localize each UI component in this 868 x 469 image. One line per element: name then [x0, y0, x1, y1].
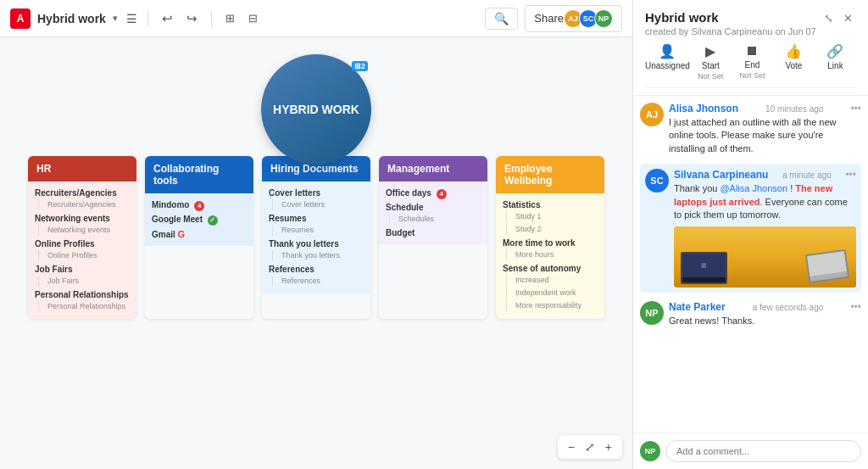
list-item: Sense of autonomy	[503, 262, 598, 275]
zoom-controls: − ⤢ +	[558, 435, 622, 459]
badge-red: 4	[194, 201, 204, 211]
list-item: Recruiters/Agencies	[35, 187, 130, 199]
zoom-fit-button[interactable]: ⤢	[581, 438, 598, 455]
meta-end[interactable]: ⏹ End Not Set	[732, 43, 773, 81]
start-icon: ▶	[705, 43, 715, 59]
avatar-3: NP	[594, 9, 613, 28]
redo-button[interactable]: ↪	[183, 8, 201, 30]
branch-emp-header: Employee Wellbeing	[496, 156, 604, 193]
meta-label: Start	[702, 61, 720, 70]
undo-button[interactable]: ↩	[159, 8, 176, 30]
panel-expand-button[interactable]: ⤡	[821, 10, 837, 26]
avatar: AJ	[640, 103, 664, 126]
comment-content: Silvana Carpineanu a minute ago ••• Than…	[674, 169, 856, 288]
layout-button[interactable]: ⊟	[245, 8, 261, 28]
title-chevron-icon[interactable]: ▾	[113, 13, 118, 24]
meta-value: Not Set	[698, 72, 723, 81]
branch-hiring[interactable]: Hiring Documents Cover letters Cover let…	[262, 156, 370, 319]
panel-meta-row: 👤 Unassigned ▶ Start Not Set ⏹ End Not S…	[645, 36, 856, 88]
branch-hiring-body: Cover letters Cover letters Resumes Resu…	[262, 181, 370, 293]
mention: @Alisa Jhonson	[720, 183, 787, 193]
branch-emp[interactable]: Employee Wellbeing Statistics Study 1 St…	[496, 156, 604, 319]
list-item: Office days 4	[386, 187, 481, 201]
center-node-badge: ⊞2	[352, 61, 368, 71]
branch-mgmt[interactable]: Management Office days 4 Schedule Schedu…	[379, 156, 487, 319]
comment-time: a minute ago	[782, 170, 832, 180]
zoom-in-button[interactable]: +	[602, 438, 615, 455]
list-item: Increased	[506, 275, 598, 286]
link-icon: 🔗	[826, 43, 843, 59]
list-item: Budget	[386, 226, 481, 239]
meta-value: Not Set	[739, 71, 765, 80]
list-item: Schedules	[389, 214, 481, 225]
list-item: Online Profiles	[35, 237, 130, 250]
comment-content: Alisa Jhonson 10 minutes ago ••• I just …	[669, 103, 861, 155]
toolbar: A Hybrid work ▾ ☰ ↩ ↪ ⊞ ⊟ 🔍 Share AJ SC …	[0, 0, 632, 37]
badge-green: ✓	[208, 215, 218, 226]
mindmap-canvas: HYBRID WORK ⊞2 HR Recruiters/Agencies Re…	[0, 37, 632, 469]
meta-label: End	[744, 60, 760, 70]
comment-text: Great news! Thanks.	[669, 315, 861, 327]
branch-collab-header: Collaborating tools	[145, 156, 253, 193]
search-button[interactable]: 🔍	[485, 8, 518, 30]
user-icon: 👤	[659, 43, 676, 59]
meta-start[interactable]: ▶ Start Not Set	[690, 43, 732, 81]
comment-content: Nate Parker a few seconds ago ••• Great …	[669, 301, 861, 327]
list-item: More responsability	[506, 300, 598, 311]
list-item: Recruiters/Agencies	[38, 199, 130, 210]
avatar: NP	[640, 301, 664, 325]
list-item: Networking events	[38, 225, 130, 236]
comment-text: Thank you @Alisa Jhonson ! The new lapto…	[674, 182, 856, 221]
current-user-avatar: NP	[640, 441, 660, 461]
list-item: References	[272, 276, 364, 287]
comment-item: SC Silvana Carpineanu a minute ago ••• T…	[640, 164, 861, 293]
comment-time: a few seconds ago	[753, 303, 823, 312]
meta-vote[interactable]: 👍 Vote	[773, 43, 815, 81]
list-item: Schedule	[386, 201, 481, 214]
comment-menu-button[interactable]: •••	[845, 169, 856, 181]
branch-hr-body: Recruiters/Agencies Recruiters/Agencies …	[28, 181, 136, 319]
center-node-label: HYBRID WORK	[273, 103, 359, 116]
menu-icon[interactable]: ☰	[126, 12, 137, 25]
list-item: Independent work	[506, 288, 598, 299]
branch-collab[interactable]: Collaborating tools Mindomo 4 Google Mee…	[145, 156, 253, 319]
list-item: Google Meet ✓	[152, 213, 247, 227]
end-icon: ⏹	[745, 43, 759, 59]
branch-mgmt-body: Office days 4 Schedule Schedules Budget	[379, 181, 487, 244]
zoom-out-button[interactable]: −	[565, 438, 578, 455]
add-node-button[interactable]: ⊞	[222, 8, 238, 28]
list-item: Personal Relationships	[38, 301, 130, 312]
comment-image: ▦	[674, 226, 856, 288]
meta-unassigned[interactable]: 👤 Unassigned	[645, 43, 690, 81]
comment-author: Nate Parker	[669, 301, 726, 313]
list-item: Thank you letters	[269, 237, 364, 250]
branch-mgmt-header: Management	[379, 156, 487, 181]
list-item: Job Fairs	[38, 276, 130, 287]
list-item: Mindomo 4	[152, 198, 247, 213]
list-item: References	[269, 263, 364, 276]
branch-hr[interactable]: HR Recruiters/Agencies Recruiters/Agenci…	[28, 156, 136, 319]
list-item: Study 1	[506, 211, 598, 222]
list-item: Cover letters	[272, 199, 364, 210]
panel-title: Hybrid work	[645, 10, 816, 25]
center-node[interactable]: HYBRID WORK ⊞2	[261, 54, 371, 165]
list-item: Networking events	[35, 212, 130, 225]
comment-time: 10 minutes ago	[765, 104, 823, 114]
laptop-right	[805, 249, 849, 283]
comment-input[interactable]	[665, 440, 861, 462]
branch-collab-body: Mindomo 4 Google Meet ✓ Gmail G	[145, 193, 253, 246]
meta-label: Vote	[785, 61, 802, 70]
comment-menu-button[interactable]: •••	[850, 301, 861, 313]
share-label: Share	[534, 12, 564, 25]
list-item: Resumes	[272, 225, 364, 236]
list-item: Online Profiles	[38, 250, 130, 261]
meta-link[interactable]: 🔗 Link	[815, 43, 856, 81]
share-button[interactable]: Share AJ SC NP	[525, 5, 622, 32]
right-panel: Hybrid work created by Silvana Carpinean…	[632, 0, 868, 469]
branch-emp-body: Statistics Study 1 Study 2 More time to …	[496, 193, 604, 318]
gmail-g: G	[178, 229, 186, 239]
panel-close-button[interactable]: ✕	[840, 10, 856, 26]
list-item: Statistics	[503, 198, 598, 211]
comment-menu-button[interactable]: •••	[850, 103, 861, 114]
list-item: More time to work	[503, 237, 598, 249]
